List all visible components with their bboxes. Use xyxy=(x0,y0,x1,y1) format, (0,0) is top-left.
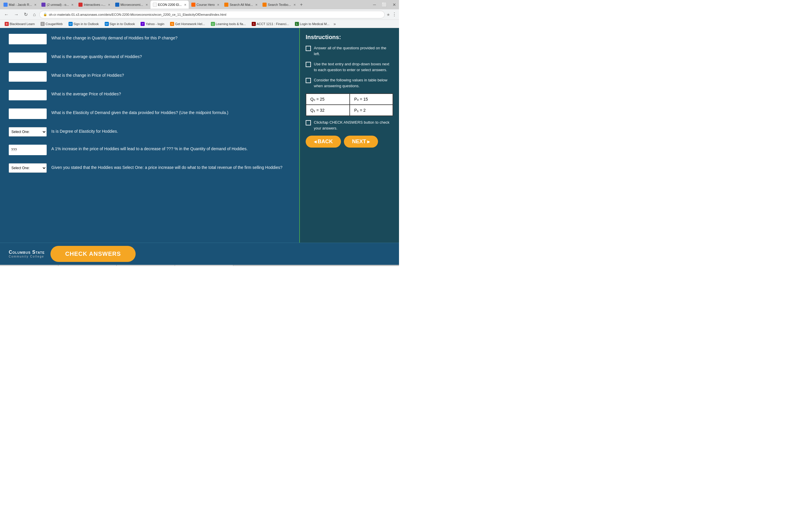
question-input-q4[interactable] xyxy=(9,90,47,100)
back-button[interactable]: BACK xyxy=(306,136,341,148)
tab-icon-searchall xyxy=(224,3,228,7)
bookmark-label-learning: Learning tools & fla... xyxy=(216,22,246,26)
college-name: Columbus State xyxy=(9,250,45,255)
bookmark-icon-blackboard: B xyxy=(5,22,9,26)
tab-close-searchall[interactable]: ✕ xyxy=(255,3,258,6)
bookmark-label-blackboard: Blackboard Learn xyxy=(10,22,35,26)
tab-close-econ2200[interactable]: ✕ xyxy=(184,3,186,6)
bookmark-label-signin2: Sign in to Outlook xyxy=(110,22,135,26)
taskbar-file-screen3[interactable]: SS Screen Shot ^ xyxy=(175,265,233,266)
bookmark-icon-learning: Q xyxy=(211,22,215,26)
tab-label-searchall: Search All Mat... xyxy=(230,3,253,6)
browser-tab-interactives[interactable]: Interactives –...✕ xyxy=(76,1,113,9)
check-answers-button[interactable]: CHECK ANSWERS xyxy=(51,246,135,262)
browser-tab-unread[interactable]: (2 unread) - o...✕ xyxy=(39,1,76,9)
browser-tab-mail[interactable]: Mail - Jacob R...✕ xyxy=(1,1,39,9)
window-controls: ─⬜✕ xyxy=(371,2,398,7)
bookmark-icon-gethomework: G xyxy=(170,22,174,26)
nav-bar: ← → ↻ ⌂ 🔒 oh-cr-materials-01.s3.amazonaw… xyxy=(0,10,399,20)
bookmark-label-medical: Login to Medical M... xyxy=(300,22,329,26)
home-button[interactable]: ⌂ xyxy=(31,11,38,18)
question-input-q2[interactable] xyxy=(9,53,47,63)
question-select-q8[interactable]: Select One:IncreaseDecreaseStay the same xyxy=(9,163,47,173)
tab-icon-unread xyxy=(41,3,45,7)
bookmark-icon-signin2: M xyxy=(105,22,109,26)
question-input-q7[interactable] xyxy=(9,145,47,155)
tab-icon-interactives xyxy=(78,3,82,7)
minimize-button[interactable]: ─ xyxy=(371,2,378,7)
question-row-q3: What is the change in Price of Hoddies? xyxy=(9,71,290,82)
tab-close-searchtextb[interactable]: ✕ xyxy=(293,3,296,6)
tab-label-econ2200: ECON 2200 El... xyxy=(158,3,182,6)
instruction-text-4: Click/tap CHECK ANSWERS button to check … xyxy=(314,119,393,131)
bookmark-medical[interactable]: LLogin to Medical M... xyxy=(292,21,332,26)
instruction-checkbox-1[interactable] xyxy=(306,46,311,51)
browser-tab-coursehero[interactable]: Course Hero✕ xyxy=(189,1,222,9)
instruction-checkbox-2[interactable] xyxy=(306,62,311,67)
taskbar-file-screen2[interactable]: SS Screen Shot ^ xyxy=(117,265,175,266)
instruction-item-1: Answer all of the questions provided on … xyxy=(306,45,393,57)
instruction-text-2: Use the text entry and drop-down boxes n… xyxy=(314,61,393,73)
instruction-checkbox-4[interactable] xyxy=(306,120,311,126)
instruction-item-4: Click/tap CHECK ANSWERS button to check … xyxy=(306,119,393,131)
tab-close-microecon[interactable]: ✕ xyxy=(146,3,148,6)
question-text-q3: What is the change in Price of Hoddies? xyxy=(51,71,124,78)
values-table: Q₀ = 25 P₀ = 15 Q₁ = 32 P₁ = 2 xyxy=(306,93,393,116)
instruction-checkbox-3[interactable] xyxy=(306,78,311,83)
browser-tab-econ2200[interactable]: ECON 2200 El...✕ xyxy=(151,1,189,9)
reload-button[interactable]: ↻ xyxy=(22,11,30,18)
bookmark-icon-yahoo: Y xyxy=(140,22,145,26)
bookmark-cougerweb[interactable]: CCougarWeb xyxy=(38,21,65,26)
tab-close-unread[interactable]: ✕ xyxy=(71,3,74,6)
tab-label-interactives: Interactives –... xyxy=(84,3,106,6)
new-tab-button[interactable]: + xyxy=(298,2,304,7)
taskbar-file-screen1[interactable]: SS Screen Shot ^ xyxy=(58,265,117,266)
question-input-q5[interactable] xyxy=(9,109,47,119)
close-window-button[interactable]: ✕ xyxy=(391,2,398,7)
question-text-q4: What is the average Price of Hoddies? xyxy=(51,90,121,97)
tab-close-interactives[interactable]: ✕ xyxy=(108,3,110,6)
browser-tab-searchtextb[interactable]: Search Textbo...✕ xyxy=(260,1,298,9)
question-select-q6[interactable]: Select One:ElasticInelasticUnit Elastic xyxy=(9,127,47,136)
bookmark-blackboard[interactable]: BBlackboard Learn xyxy=(2,21,37,26)
bookmark-signin2[interactable]: MSign in to Outlook xyxy=(102,21,137,26)
tab-close-mail[interactable]: ✕ xyxy=(34,3,36,6)
taskbar-file-pdf[interactable]: PDF 7.2 - Degrees of El....pdf ^ xyxy=(0,265,58,266)
bookmark-star-icon[interactable]: ★ xyxy=(386,12,390,17)
table-q0: Q₀ = 25 xyxy=(306,94,350,105)
tab-close-coursehero[interactable]: ✕ xyxy=(217,3,219,6)
tab-label-unread: (2 unread) - o... xyxy=(47,3,69,6)
bookmark-learning[interactable]: QLearning tools & fla... xyxy=(209,21,248,26)
browser-tab-microecon[interactable]: Microeconomi...✕ xyxy=(113,1,150,9)
maximize-button[interactable]: ⬜ xyxy=(380,2,388,7)
forward-nav-button[interactable]: → xyxy=(12,11,20,18)
table-p0: P₀ = 15 xyxy=(350,94,393,105)
question-row-q2: What is the average quantity demand of H… xyxy=(9,53,290,63)
bookmark-signin1[interactable]: MSign in to Outlook xyxy=(66,21,101,26)
back-nav-button[interactable]: ← xyxy=(2,11,11,18)
address-bar[interactable]: 🔒 oh-cr-materials-01.s3.amazonaws.com/de… xyxy=(39,11,385,18)
bookmark-acct[interactable]: AACCT 1211 : Financi... xyxy=(249,21,291,26)
instructions-title: Instructions: xyxy=(306,34,393,40)
bookmark-icon-acct: A xyxy=(252,22,256,26)
more-bookmarks-button[interactable]: » xyxy=(334,22,336,26)
bookmark-yahoo[interactable]: YYahoo - login xyxy=(138,21,167,26)
question-text-q5: What is the Elasticity of Demand given t… xyxy=(51,109,228,116)
course-bottom: Columbus State Community College CHECK A… xyxy=(0,243,399,265)
question-row-q5: What is the Elasticity of Demand given t… xyxy=(9,109,290,119)
question-input-q1[interactable] xyxy=(9,34,47,44)
browser-tab-searchall[interactable]: Search All Mat...✕ xyxy=(222,1,260,9)
bookmark-gethomework[interactable]: GGet Homework Hel... xyxy=(168,21,207,26)
question-row-q1: What is the change in Quantity demand of… xyxy=(9,34,290,44)
next-button[interactable]: NEXT xyxy=(344,136,378,148)
taskbar-bottom: PDF 7.2 - Degrees of El....pdf ^ SS Scre… xyxy=(0,265,399,266)
question-input-q3[interactable] xyxy=(9,71,47,82)
tab-icon-mail xyxy=(3,3,7,7)
bookmark-label-acct: ACCT 1211 : Financi... xyxy=(256,22,289,26)
browser-menu-button[interactable]: ⋮ xyxy=(392,12,397,17)
bookmark-icon-signin1: M xyxy=(69,22,73,26)
bookmark-label-gethomework: Get Homework Hel... xyxy=(175,22,205,26)
tab-icon-microecon xyxy=(115,3,119,7)
question-text-q1: What is the change in Quantity demand of… xyxy=(51,34,177,41)
bookmark-icon-cougerweb: C xyxy=(40,22,45,26)
